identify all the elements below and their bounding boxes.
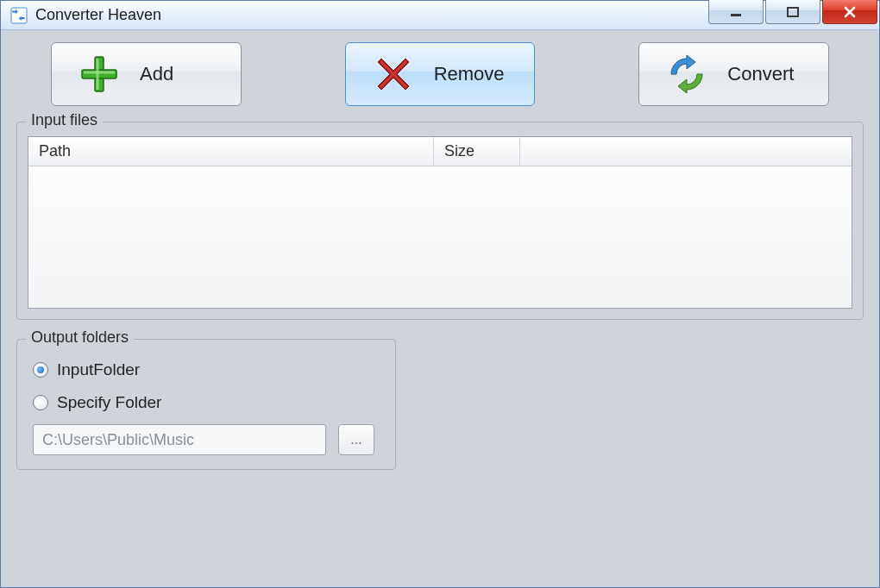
client-area: Add Remove Convert	[1, 30, 879, 587]
column-header-path[interactable]: Path	[28, 137, 434, 166]
svg-rect-5	[97, 59, 99, 90]
output-path-row: C:\Users\Public\Music ...	[28, 419, 385, 455]
app-icon	[9, 6, 28, 25]
titlebar: Converter Heaven	[1, 1, 879, 30]
convert-button-label: Convert	[727, 63, 794, 85]
radio-specify-folder[interactable]: Specify Folder	[28, 386, 385, 419]
window-title: Converter Heaven	[35, 6, 161, 24]
radio-specify-folder-label: Specify Folder	[57, 393, 161, 412]
add-button[interactable]: Add	[51, 42, 242, 106]
plus-icon	[78, 53, 121, 96]
remove-button-label: Remove	[434, 63, 505, 85]
refresh-icon	[665, 53, 708, 96]
remove-button[interactable]: Remove	[345, 42, 536, 106]
convert-button[interactable]: Convert	[638, 42, 829, 106]
window-controls	[708, 0, 879, 24]
column-header-size[interactable]: Size	[434, 137, 520, 166]
x-icon	[372, 53, 415, 96]
output-folders-group: Output folders InputFolder Specify Folde…	[16, 339, 396, 470]
minimize-button[interactable]	[708, 0, 764, 24]
radio-input-folder[interactable]: InputFolder	[28, 353, 385, 386]
toolbar: Add Remove Convert	[16, 39, 864, 116]
output-folders-legend: Output folders	[26, 328, 134, 347]
add-button-label: Add	[140, 63, 173, 85]
input-files-list[interactable]: Path Size	[28, 136, 852, 309]
svg-rect-6	[84, 72, 115, 74]
input-files-group: Input files Path Size	[16, 122, 864, 320]
list-body[interactable]	[28, 166, 852, 308]
radio-icon	[33, 395, 48, 410]
app-window: Converter Heaven	[0, 0, 880, 588]
svg-rect-0	[11, 8, 27, 23]
list-header: Path Size	[28, 137, 852, 166]
radio-icon	[33, 362, 48, 378]
output-path-input[interactable]: C:\Users\Public\Music	[33, 424, 326, 455]
column-header-spacer	[520, 137, 852, 166]
browse-button[interactable]: ...	[338, 424, 374, 455]
input-files-legend: Input files	[26, 111, 103, 129]
svg-rect-1	[731, 14, 741, 16]
radio-input-folder-label: InputFolder	[57, 360, 140, 379]
maximize-button[interactable]	[765, 0, 820, 24]
svg-rect-2	[788, 8, 798, 16]
close-button[interactable]	[822, 0, 877, 24]
